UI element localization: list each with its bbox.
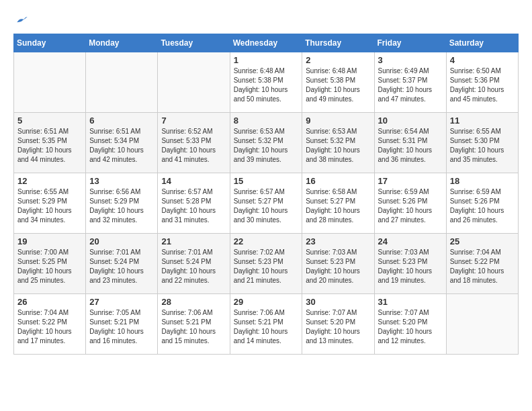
calendar-cell: 1Sunrise: 6:48 AM Sunset: 5:38 PM Daylig… <box>230 52 302 113</box>
day-number: 11 <box>450 116 515 126</box>
day-number: 3 <box>378 55 443 65</box>
header-saturday: Saturday <box>446 34 518 52</box>
page-header <box>13 13 519 27</box>
day-number: 10 <box>378 116 443 126</box>
day-info: Sunrise: 6:56 AM Sunset: 5:29 PM Dayligh… <box>89 187 154 225</box>
day-number: 18 <box>450 176 515 186</box>
calendar-cell: 14Sunrise: 6:57 AM Sunset: 5:28 PM Dayli… <box>158 173 230 234</box>
day-number: 25 <box>450 236 515 246</box>
calendar-week-row: 1Sunrise: 6:48 AM Sunset: 5:38 PM Daylig… <box>14 52 519 113</box>
header-wednesday: Wednesday <box>230 34 302 52</box>
day-number: 26 <box>17 297 82 307</box>
calendar-cell: 9Sunrise: 6:53 AM Sunset: 5:32 PM Daylig… <box>302 113 374 173</box>
day-number: 14 <box>161 176 226 186</box>
day-info: Sunrise: 6:59 AM Sunset: 5:26 PM Dayligh… <box>378 187 443 225</box>
calendar-cell: 12Sunrise: 6:55 AM Sunset: 5:29 PM Dayli… <box>14 173 86 234</box>
calendar-cell: 13Sunrise: 6:56 AM Sunset: 5:29 PM Dayli… <box>86 173 158 234</box>
calendar-cell <box>14 52 86 113</box>
calendar-cell: 20Sunrise: 7:01 AM Sunset: 5:24 PM Dayli… <box>86 234 158 294</box>
calendar-cell <box>86 52 158 113</box>
day-number: 23 <box>306 236 370 246</box>
calendar-week-row: 19Sunrise: 7:00 AM Sunset: 5:25 PM Dayli… <box>14 234 519 294</box>
header-tuesday: Tuesday <box>158 34 230 52</box>
day-info: Sunrise: 6:48 AM Sunset: 5:38 PM Dayligh… <box>306 66 370 104</box>
day-info: Sunrise: 7:05 AM Sunset: 5:21 PM Dayligh… <box>89 308 154 346</box>
calendar-cell: 25Sunrise: 7:04 AM Sunset: 5:22 PM Dayli… <box>446 234 518 294</box>
day-info: Sunrise: 6:55 AM Sunset: 5:29 PM Dayligh… <box>17 187 82 225</box>
day-info: Sunrise: 7:03 AM Sunset: 5:23 PM Dayligh… <box>378 248 443 285</box>
day-info: Sunrise: 7:06 AM Sunset: 5:21 PM Dayligh… <box>161 308 226 346</box>
day-info: Sunrise: 6:51 AM Sunset: 5:34 PM Dayligh… <box>89 127 154 165</box>
calendar-header-row: SundayMondayTuesdayWednesdayThursdayFrid… <box>14 34 519 52</box>
day-number: 21 <box>161 236 226 246</box>
day-number: 24 <box>378 236 443 246</box>
calendar-cell: 27Sunrise: 7:05 AM Sunset: 5:21 PM Dayli… <box>86 294 158 355</box>
day-number: 7 <box>161 116 226 126</box>
header-sunday: Sunday <box>14 34 86 52</box>
calendar-cell: 28Sunrise: 7:06 AM Sunset: 5:21 PM Dayli… <box>158 294 230 355</box>
calendar-table: SundayMondayTuesdayWednesdayThursdayFrid… <box>13 34 519 355</box>
day-info: Sunrise: 7:07 AM Sunset: 5:20 PM Dayligh… <box>378 308 443 346</box>
day-number: 27 <box>89 297 154 307</box>
day-info: Sunrise: 6:53 AM Sunset: 5:32 PM Dayligh… <box>234 127 299 165</box>
day-number: 2 <box>306 55 370 65</box>
day-number: 1 <box>234 55 299 65</box>
day-info: Sunrise: 6:55 AM Sunset: 5:30 PM Dayligh… <box>450 127 515 165</box>
calendar-cell: 7Sunrise: 6:52 AM Sunset: 5:33 PM Daylig… <box>158 113 230 173</box>
calendar-cell: 17Sunrise: 6:59 AM Sunset: 5:26 PM Dayli… <box>374 173 446 234</box>
calendar-week-row: 12Sunrise: 6:55 AM Sunset: 5:29 PM Dayli… <box>14 173 519 234</box>
day-number: 30 <box>306 297 370 307</box>
day-number: 5 <box>17 116 82 126</box>
day-number: 6 <box>89 116 154 126</box>
day-number: 16 <box>306 176 370 186</box>
calendar-cell: 22Sunrise: 7:02 AM Sunset: 5:23 PM Dayli… <box>230 234 302 294</box>
calendar-cell: 18Sunrise: 6:59 AM Sunset: 5:26 PM Dayli… <box>446 173 518 234</box>
calendar-cell: 30Sunrise: 7:07 AM Sunset: 5:20 PM Dayli… <box>302 294 374 355</box>
day-info: Sunrise: 6:58 AM Sunset: 5:27 PM Dayligh… <box>306 187 370 225</box>
day-number: 19 <box>17 236 82 246</box>
day-info: Sunrise: 7:04 AM Sunset: 5:22 PM Dayligh… <box>17 308 82 346</box>
calendar-cell: 11Sunrise: 6:55 AM Sunset: 5:30 PM Dayli… <box>446 113 518 173</box>
calendar-cell: 26Sunrise: 7:04 AM Sunset: 5:22 PM Dayli… <box>14 294 86 355</box>
header-friday: Friday <box>374 34 446 52</box>
calendar-cell: 8Sunrise: 6:53 AM Sunset: 5:32 PM Daylig… <box>230 113 302 173</box>
day-number: 4 <box>450 55 515 65</box>
calendar-cell: 24Sunrise: 7:03 AM Sunset: 5:23 PM Dayli… <box>374 234 446 294</box>
calendar-cell: 3Sunrise: 6:49 AM Sunset: 5:37 PM Daylig… <box>374 52 446 113</box>
day-info: Sunrise: 7:07 AM Sunset: 5:20 PM Dayligh… <box>306 308 370 346</box>
calendar-cell: 15Sunrise: 6:57 AM Sunset: 5:27 PM Dayli… <box>230 173 302 234</box>
day-number: 22 <box>234 236 299 246</box>
header-thursday: Thursday <box>302 34 374 52</box>
calendar-cell: 16Sunrise: 6:58 AM Sunset: 5:27 PM Dayli… <box>302 173 374 234</box>
day-info: Sunrise: 6:52 AM Sunset: 5:33 PM Dayligh… <box>161 127 226 165</box>
calendar-cell: 5Sunrise: 6:51 AM Sunset: 5:35 PM Daylig… <box>14 113 86 173</box>
day-info: Sunrise: 6:51 AM Sunset: 5:35 PM Dayligh… <box>17 127 82 165</box>
day-number: 28 <box>161 297 226 307</box>
calendar-cell <box>446 294 518 355</box>
day-info: Sunrise: 7:02 AM Sunset: 5:23 PM Dayligh… <box>234 248 299 285</box>
calendar-cell: 23Sunrise: 7:03 AM Sunset: 5:23 PM Dayli… <box>302 234 374 294</box>
day-info: Sunrise: 6:54 AM Sunset: 5:31 PM Dayligh… <box>378 127 443 165</box>
calendar-cell: 10Sunrise: 6:54 AM Sunset: 5:31 PM Dayli… <box>374 113 446 173</box>
day-number: 12 <box>17 176 82 186</box>
day-info: Sunrise: 7:01 AM Sunset: 5:24 PM Dayligh… <box>161 248 226 285</box>
header-monday: Monday <box>86 34 158 52</box>
day-number: 9 <box>306 116 370 126</box>
logo <box>13 13 28 27</box>
day-number: 15 <box>234 176 299 186</box>
day-info: Sunrise: 6:57 AM Sunset: 5:28 PM Dayligh… <box>161 187 226 225</box>
calendar-cell: 2Sunrise: 6:48 AM Sunset: 5:38 PM Daylig… <box>302 52 374 113</box>
day-info: Sunrise: 7:04 AM Sunset: 5:22 PM Dayligh… <box>450 248 515 285</box>
day-info: Sunrise: 6:57 AM Sunset: 5:27 PM Dayligh… <box>234 187 299 225</box>
calendar-week-row: 5Sunrise: 6:51 AM Sunset: 5:35 PM Daylig… <box>14 113 519 173</box>
day-info: Sunrise: 6:48 AM Sunset: 5:38 PM Dayligh… <box>234 66 299 104</box>
day-number: 31 <box>378 297 443 307</box>
day-info: Sunrise: 6:49 AM Sunset: 5:37 PM Dayligh… <box>378 66 443 104</box>
logo-bird-icon <box>15 13 28 27</box>
day-info: Sunrise: 7:00 AM Sunset: 5:25 PM Dayligh… <box>17 248 82 285</box>
calendar-cell: 4Sunrise: 6:50 AM Sunset: 5:36 PM Daylig… <box>446 52 518 113</box>
calendar-cell: 6Sunrise: 6:51 AM Sunset: 5:34 PM Daylig… <box>86 113 158 173</box>
calendar-cell: 29Sunrise: 7:06 AM Sunset: 5:21 PM Dayli… <box>230 294 302 355</box>
day-number: 17 <box>378 176 443 186</box>
day-info: Sunrise: 6:59 AM Sunset: 5:26 PM Dayligh… <box>450 187 515 225</box>
